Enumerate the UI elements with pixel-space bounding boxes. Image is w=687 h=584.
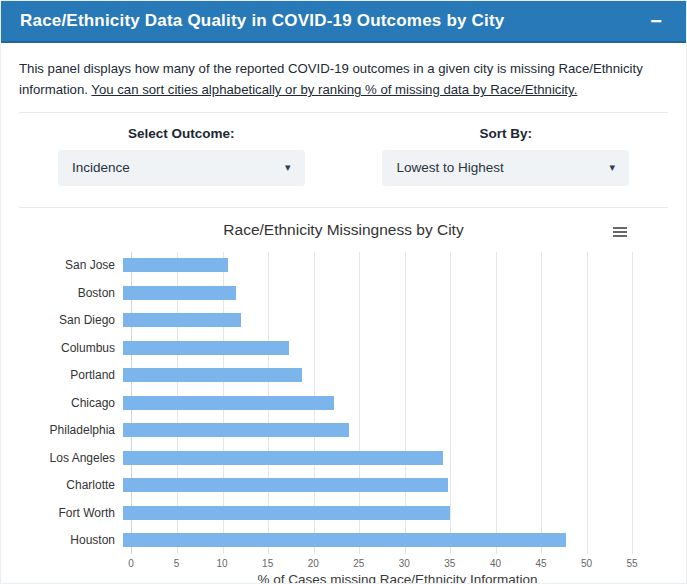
chart-row: Columbus (19, 341, 668, 355)
bar-track (123, 286, 664, 300)
bar[interactable] (123, 533, 566, 547)
bar[interactable] (123, 368, 302, 382)
chart-row: San Diego (19, 313, 668, 327)
x-axis-tick-label: 0 (128, 558, 134, 569)
chevron-down-icon: ▾ (610, 161, 616, 174)
outcome-control: Select Outcome: Incidence ▾ (19, 126, 344, 186)
x-axis-tick-label: 45 (535, 558, 546, 569)
chart-row: Philadelphia (19, 423, 668, 437)
chart-row: Chicago (19, 396, 668, 410)
x-axis-tick-label: 35 (444, 558, 455, 569)
y-axis-category-label: Houston (19, 533, 123, 547)
x-axis-tick-label: 30 (399, 558, 410, 569)
x-axis-tick-label: 25 (353, 558, 364, 569)
x-axis-tick-label: 40 (490, 558, 501, 569)
y-axis-category-label: Boston (19, 286, 123, 300)
chevron-down-icon: ▾ (285, 161, 291, 174)
y-axis-category-label: San Diego (19, 313, 123, 327)
bar[interactable] (123, 396, 334, 410)
y-axis-category-label: Los Angeles (19, 451, 123, 465)
bar-track (123, 533, 664, 547)
divider (19, 112, 668, 113)
panel-header: Race/Ethnicity Data Quality in COVID-19 … (1, 1, 686, 43)
outcome-selected-value: Incidence (72, 160, 130, 175)
bar-track (123, 396, 664, 410)
dashboard-panel: Race/Ethnicity Data Quality in COVID-19 … (0, 0, 687, 584)
bar[interactable] (123, 506, 450, 520)
chart-row: Charlotte (19, 478, 668, 492)
panel-description: This panel displays how many of the repo… (19, 58, 667, 101)
chart-row: Boston (19, 286, 668, 300)
chart-row: San Jose (19, 258, 668, 272)
x-axis-title: % of Cases missing Race/Ethnicity Inform… (131, 572, 664, 584)
panel-body: This panel displays how many of the repo… (1, 43, 686, 584)
sort-label: Sort By: (344, 126, 669, 141)
chart-context-menu-button[interactable] (611, 225, 629, 239)
bar[interactable] (123, 451, 443, 465)
chart-row: Portland (19, 368, 668, 382)
bar-track (123, 423, 664, 437)
description-sort-hint: You can sort cities alphabetically or by… (91, 82, 577, 97)
y-axis-category-label: Philadelphia (19, 423, 123, 437)
bar-track (123, 451, 664, 465)
chart-row: Houston (19, 533, 668, 547)
bar-track (123, 368, 664, 382)
x-axis: 0510152025303540455055 (131, 554, 664, 569)
bar[interactable] (123, 286, 236, 300)
outcome-label: Select Outcome: (19, 126, 344, 141)
chart-title-row: Race/Ethnicity Missingness by City (19, 221, 668, 243)
x-axis-tick-label: 50 (581, 558, 592, 569)
bar-track (123, 313, 664, 327)
bar-track (123, 506, 664, 520)
bar[interactable] (123, 313, 241, 327)
y-axis-category-label: Columbus (19, 341, 123, 355)
y-axis-category-label: Portland (19, 368, 123, 382)
chart-rows: San JoseBostonSan DiegoColumbusPortlandC… (19, 252, 668, 554)
bar-track (123, 341, 664, 355)
outcome-select[interactable]: Incidence ▾ (58, 150, 305, 186)
bar[interactable] (123, 341, 289, 355)
sort-control: Sort By: Lowest to Highest ▾ (344, 126, 669, 186)
y-axis-category-label: San Jose (19, 258, 123, 272)
hamburger-menu-icon (613, 231, 627, 233)
sort-select[interactable]: Lowest to Highest ▾ (382, 150, 629, 186)
bar[interactable] (123, 258, 228, 272)
x-axis-tick-label: 5 (174, 558, 180, 569)
chart-row: Los Angeles (19, 451, 668, 465)
bar-track (123, 478, 664, 492)
bar[interactable] (123, 478, 448, 492)
sort-selected-value: Lowest to Highest (396, 160, 503, 175)
hamburger-menu-icon (613, 227, 627, 229)
panel-title: Race/Ethnicity Data Quality in COVID-19 … (20, 11, 505, 31)
x-axis-tick-label: 20 (308, 558, 319, 569)
collapse-button[interactable]: − (648, 11, 664, 31)
plot-area: San JoseBostonSan DiegoColumbusPortlandC… (19, 252, 668, 584)
bar-track (123, 258, 664, 272)
hamburger-menu-icon (613, 235, 627, 237)
x-axis-tick-label: 10 (217, 558, 228, 569)
y-axis-category-label: Fort Worth (19, 506, 123, 520)
bar[interactable] (123, 423, 349, 437)
y-axis-category-label: Charlotte (19, 478, 123, 492)
y-axis-category-label: Chicago (19, 396, 123, 410)
x-axis-tick-label: 55 (627, 558, 638, 569)
chart-row: Fort Worth (19, 506, 668, 520)
divider (19, 207, 668, 208)
chart-title: Race/Ethnicity Missingness by City (223, 221, 463, 238)
missingness-chart: Race/Ethnicity Missingness by City San J… (19, 221, 668, 584)
controls-row: Select Outcome: Incidence ▾ Sort By: Low… (19, 126, 668, 186)
x-axis-tick-label: 15 (262, 558, 273, 569)
